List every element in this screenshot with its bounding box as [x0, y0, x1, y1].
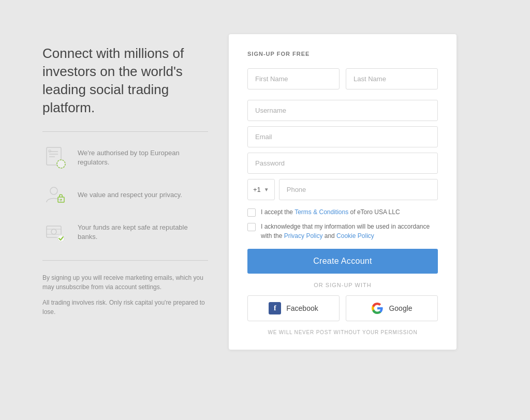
regulators-text: We're authorised by top European regulat… [78, 148, 208, 167]
footer-text: By signing up you will receive marketing… [42, 273, 208, 317]
feature-funds: Your funds are kept safe at reputable ba… [42, 219, 208, 246]
privacy-label: I acknowledge that my information will b… [261, 222, 438, 241]
headline: Connect with millions of investors on th… [42, 44, 208, 117]
first-name-input[interactable] [247, 68, 340, 89]
regulators-icon [42, 144, 69, 171]
checkbox-group: I accept the Terms & Conditions of eToro… [247, 207, 438, 241]
feature-regulators: We're authorised by top European regulat… [42, 144, 208, 171]
feature-privacy: We value and respect your privacy. [42, 182, 208, 208]
phone-input[interactable] [279, 179, 438, 200]
form-title: SIGN-UP FOR FREE [247, 51, 438, 57]
top-divider [42, 131, 208, 132]
facebook-icon: f [269, 302, 281, 314]
google-icon [371, 302, 384, 314]
footer-marketing: By signing up you will receive marketing… [42, 273, 208, 292]
cookie-link[interactable]: Cookie Policy [336, 232, 374, 239]
privacy-icon [42, 182, 69, 208]
left-panel: Connect with millions of investors on th… [32, 34, 229, 327]
privacy-checkbox[interactable] [247, 223, 256, 231]
form-card: SIGN-UP FOR FREE +1 ▼ I accept the Terms… [229, 34, 457, 350]
last-name-input[interactable] [346, 68, 438, 89]
privacy-checkbox-item: I acknowledge that my information will b… [247, 222, 438, 241]
phone-row: +1 ▼ [247, 179, 438, 200]
chevron-down-icon: ▼ [264, 187, 269, 192]
phone-code-select[interactable]: +1 ▼ [247, 179, 275, 200]
terms-checkbox[interactable] [247, 208, 256, 217]
terms-link[interactable]: Terms & Conditions [295, 208, 348, 216]
google-button[interactable]: Google [346, 295, 438, 321]
footer-risk: All trading involves risk. Only risk cap… [42, 298, 208, 317]
username-input[interactable] [247, 100, 438, 121]
terms-label: I accept the Terms & Conditions of eToro… [261, 207, 400, 217]
svg-point-14 [57, 234, 65, 243]
privacy-link[interactable]: Privacy Policy [284, 232, 323, 239]
google-label: Google [389, 304, 412, 312]
never-post-notice: WE WILL NEVER POST WITHOUT YOUR PERMISSI… [247, 329, 438, 335]
page-wrapper: Connect with millions of investors on th… [32, 13, 498, 407]
name-row [247, 68, 438, 95]
facebook-label: Facebook [286, 304, 318, 312]
facebook-button[interactable]: f Facebook [247, 295, 340, 321]
funds-text: Your funds are kept safe at reputable ba… [78, 223, 208, 242]
privacy-text: We value and respect your privacy. [78, 190, 182, 200]
or-divider: OR SIGN-UP WITH [247, 282, 438, 288]
svg-point-11 [51, 229, 56, 234]
funds-icon [42, 219, 69, 246]
email-input[interactable] [247, 126, 438, 147]
social-row: f Facebook Google [247, 295, 438, 321]
svg-point-9 [61, 199, 62, 201]
terms-checkbox-item: I accept the Terms & Conditions of eToro… [247, 207, 438, 217]
feature-list: We're authorised by top European regulat… [42, 144, 208, 246]
password-input[interactable] [247, 153, 438, 174]
svg-point-7 [50, 187, 57, 194]
create-account-button[interactable]: Create Account [247, 249, 438, 274]
phone-code-value: +1 [253, 186, 261, 193]
bottom-divider [42, 260, 208, 261]
